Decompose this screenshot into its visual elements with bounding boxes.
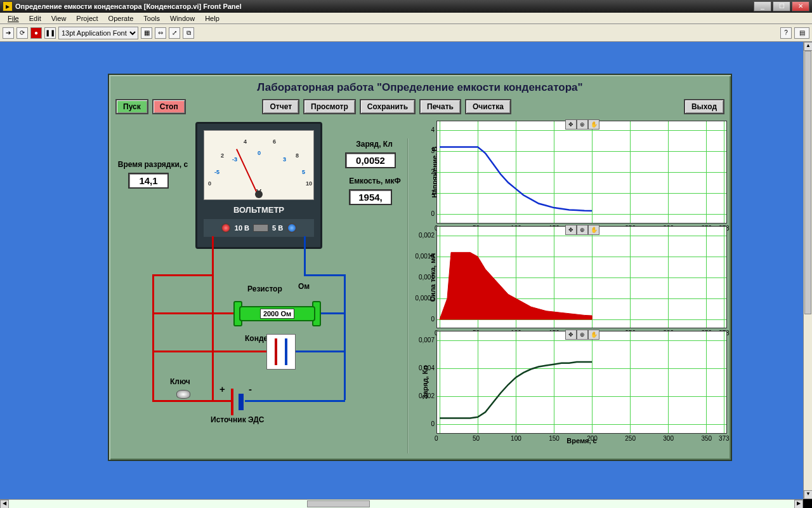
print-button[interactable]: Печать: [419, 99, 461, 114]
chart-crosshair-icon[interactable]: ⊕: [577, 330, 588, 340]
chart-crosshair-icon[interactable]: ⊕: [577, 225, 588, 235]
menu-tools[interactable]: Tools: [138, 14, 165, 23]
pause-button[interactable]: ❚❚: [44, 27, 56, 39]
menu-window[interactable]: Window: [165, 14, 200, 23]
charge-chart: Заряд, Кл ✥ ⊕ ✋ Q,Кл 0501001502002503003…: [409, 331, 727, 434]
close-button[interactable]: ✕: [792, 1, 809, 11]
resize-button[interactable]: ⤢: [169, 27, 180, 39]
chart-zoom-icon[interactable]: ✥: [565, 330, 577, 340]
resistor-value[interactable]: 2000 Ом: [260, 309, 294, 319]
menu-file[interactable]: File: [3, 14, 24, 23]
horizontal-scrollbar[interactable]: ◀ ▶: [0, 499, 803, 508]
charge-label: Заряд, Кл: [343, 140, 406, 149]
menu-edit[interactable]: Edit: [24, 14, 46, 23]
plus-label: +: [219, 384, 225, 394]
current-chart: Сила тока, мА ✥ ⊕ ✋ I, мА 05010015020025…: [409, 226, 727, 329]
time-label: Время разрядки, с: [112, 160, 194, 169]
voltmeter-face: 0 2 4 6 8 10 -5 -3 0 3 5 V: [204, 130, 314, 200]
help-icon[interactable]: ?: [780, 27, 792, 39]
charge-plot[interactable]: 05010015020025030035037300,0020,0040,007: [436, 331, 727, 434]
font-select[interactable]: 13pt Application Font: [58, 27, 138, 39]
voltmeter-unit: V: [204, 188, 313, 197]
voltage-chart: Напряжение, В ✥ ⊕ ✋ U, В 050100150200250…: [409, 121, 727, 224]
start-button[interactable]: Пуск: [115, 99, 148, 114]
menubar: File Edit View Project Operate Tools Win…: [0, 13, 812, 24]
terminal-minus-icon: [287, 223, 297, 233]
chart-zoom-icon[interactable]: ✥: [565, 119, 577, 130]
time-value[interactable]: 14,1: [128, 173, 169, 189]
run-continuous-button[interactable]: ⟳: [16, 27, 28, 39]
save-button[interactable]: Сохранить: [360, 99, 416, 114]
range-switch[interactable]: [253, 224, 268, 232]
app-icon: ▶: [3, 1, 13, 11]
source-label: Источник ЭДС: [211, 415, 264, 424]
voltmeter-label: ВОЛЬТМЕТР: [197, 205, 320, 215]
main-panel: Лабораторная работа "Определение емкости…: [108, 74, 732, 461]
resistor-unit: Ом: [298, 282, 310, 291]
battery-icon: [231, 389, 244, 415]
voltmeter: 0 2 4 6 8 10 -5 -3 0 3 5 V: [195, 122, 322, 249]
vi-icon[interactable]: ▤: [794, 27, 809, 39]
resistor-value-box[interactable]: 2000 Ом: [239, 306, 315, 321]
menu-help[interactable]: Help: [200, 14, 225, 23]
exit-button[interactable]: Выход: [684, 99, 724, 114]
capacitor-icon: [266, 334, 296, 370]
current-plot[interactable]: 05010015020025030035037300,00050,0010,00…: [436, 226, 727, 329]
chart-pan-icon[interactable]: ✋: [588, 225, 599, 235]
cap-value[interactable]: 1954,: [349, 189, 392, 205]
maximize-button[interactable]: ☐: [773, 1, 790, 11]
switch-toggle[interactable]: [176, 390, 190, 399]
menu-project[interactable]: Project: [71, 14, 103, 23]
voltage-plot[interactable]: 05010015020025030035037301234: [436, 121, 727, 224]
button-bar: Пуск Стоп Отчет Просмотр Сохранить Печат…: [109, 98, 731, 118]
chart-pan-icon[interactable]: ✋: [588, 119, 599, 130]
chart-pan-icon[interactable]: ✋: [588, 330, 599, 340]
vertical-scrollbar[interactable]: ▲ ▼: [803, 42, 812, 499]
window-titlebar: ▶ Определение емкости конденсатора [Конд…: [0, 0, 812, 13]
minus-label: -: [249, 384, 252, 394]
chart-zoom-icon[interactable]: ✥: [565, 225, 577, 235]
minimize-button[interactable]: _: [754, 1, 771, 11]
menu-view[interactable]: View: [46, 14, 72, 23]
resistor-label: Резистор: [247, 284, 282, 293]
switch-label: Ключ: [170, 377, 190, 386]
window-title: Определение емкости конденсатора [Конден…: [15, 3, 754, 10]
voltmeter-range: 10 В 5 В: [204, 219, 314, 237]
charge-value[interactable]: 0,0052: [345, 152, 396, 168]
distribute-button[interactable]: ⇔: [155, 27, 166, 39]
abort-button[interactable]: ●: [30, 27, 42, 39]
stop-button[interactable]: Стоп: [152, 99, 186, 114]
menu-operate[interactable]: Operate: [103, 14, 139, 23]
clear-button[interactable]: Очистка: [465, 99, 511, 114]
front-panel-canvas[interactable]: Лабораторная работа "Определение емкости…: [0, 42, 803, 499]
cap-label: Емкость, мкФ: [340, 177, 410, 185]
preview-button[interactable]: Просмотр: [303, 99, 356, 114]
panel-title: Лабораторная работа "Определение емкости…: [109, 75, 731, 98]
run-button[interactable]: ➔: [3, 27, 14, 39]
charts-area: Напряжение, В ✥ ⊕ ✋ U, В 050100150200250…: [407, 118, 731, 448]
charts-xlabel: Время, с: [409, 436, 727, 446]
chart-crosshair-icon[interactable]: ⊕: [577, 119, 588, 130]
circuit-area: 0 2 4 6 8 10 -5 -3 0 3 5 V: [109, 118, 407, 448]
align-button[interactable]: ▦: [141, 27, 152, 39]
report-button[interactable]: Отчет: [262, 99, 299, 114]
toolbar: ➔ ⟳ ● ❚❚ 13pt Application Font ▦ ⇔ ⤢ ⧉ ?…: [0, 24, 812, 42]
reorder-button[interactable]: ⧉: [183, 27, 194, 39]
terminal-plus-icon: [221, 223, 231, 233]
